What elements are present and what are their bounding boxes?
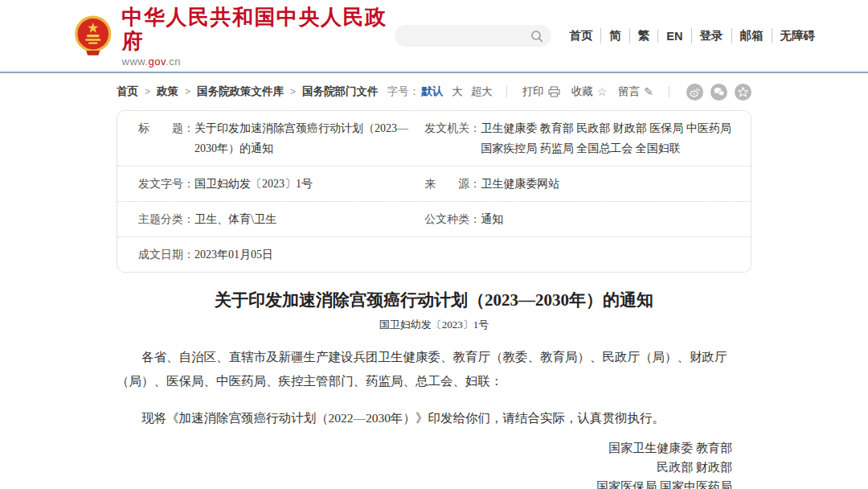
search-box[interactable] xyxy=(395,25,551,47)
nav-english[interactable]: EN xyxy=(657,30,690,43)
signature-line: 民政部 财政部 xyxy=(117,458,751,477)
font-size-large-button[interactable]: 大 xyxy=(452,84,463,99)
nav-home[interactable]: 首页 xyxy=(569,28,600,43)
search-input[interactable] xyxy=(406,29,530,43)
wechat-icon xyxy=(714,87,725,97)
share-qzone-button[interactable] xyxy=(735,84,751,101)
search-icon[interactable] xyxy=(530,30,543,43)
font-size-label: 字号： xyxy=(387,84,420,99)
main-content: 首页 > 政策 > 国务院政策文件库 > 国务院部门文件 字号： 默认 大 超大… xyxy=(117,84,751,489)
meta-row-category-type: 主题分类： 卫生、体育\卫生 公文种类： 通知 xyxy=(117,202,751,237)
favorite-label: 收藏 xyxy=(571,84,593,99)
article: 关于印发加速消除宫颈癌行动计划（2023—2030年）的通知 国卫妇幼发〔202… xyxy=(117,289,751,489)
meta-value-doc-type: 通知 xyxy=(481,209,503,229)
toolbar-row: 首页 > 政策 > 国务院政策文件库 > 国务院部门文件 字号： 默认 大 超大… xyxy=(117,84,751,100)
meta-value-source: 卫生健康委网站 xyxy=(481,174,559,194)
site-url-gov: gov xyxy=(149,55,166,68)
favorite-button[interactable]: 收藏 ☆ xyxy=(571,84,608,99)
nav-accessibility[interactable]: 无障碍 xyxy=(772,28,816,43)
meta-label-doc-number: 发文字号： xyxy=(138,174,194,194)
toolbar-divider xyxy=(669,86,669,97)
meta-value-topic-category: 卫生、体育\卫生 xyxy=(194,209,276,229)
nav-simplified[interactable]: 简 xyxy=(600,28,629,43)
breadcrumb-home[interactable]: 首页 xyxy=(117,84,138,99)
meta-label-title: 标 题： xyxy=(138,118,194,158)
document-number: 国卫妇幼发〔2023〕1号 xyxy=(117,318,751,332)
nav-mail[interactable]: 邮箱 xyxy=(731,28,772,43)
paragraph-addressees: 各省、自治区、直辖市及新疆生产建设兵团卫生健康委、教育厅（教委、教育局）、民政厅… xyxy=(117,345,751,393)
document-title: 关于印发加速消除宫颈癌行动计划（2023—2030年）的通知 xyxy=(117,289,751,311)
top-nav: 首页 简 繁 EN 登录 邮箱 无障碍 xyxy=(569,28,815,43)
star-icon: ☆ xyxy=(597,85,608,98)
share-weibo-button[interactable] xyxy=(686,84,703,101)
site-header: 中华人民共和国中央人民政府 www.gov.cn 首页 简 繁 EN 登录 邮箱… xyxy=(0,0,868,73)
document-meta-table: 标 题： 关于印发加速消除宫颈癌行动计划（2023—2030年）的通知 发文机关… xyxy=(117,110,751,273)
meta-label-topic-category: 主题分类： xyxy=(138,209,194,229)
meta-value-issuing-agency: 卫生健康委 教育部 民政部 财政部 医保局 中医药局 国家疾控局 药监局 全国总… xyxy=(481,118,735,158)
site-url-prefix: www. xyxy=(122,55,149,68)
breadcrumb-separator: > xyxy=(178,86,197,97)
breadcrumb: 首页 > 政策 > 国务院政策文件库 > 国务院部门文件 xyxy=(117,84,379,99)
breadcrumb-policy[interactable]: 政策 xyxy=(157,84,178,99)
site-title: 中华人民共和国中央人民政府 xyxy=(122,5,395,53)
font-size-xlarge-button[interactable]: 超大 xyxy=(471,84,493,99)
site-url: www.gov.cn xyxy=(122,55,395,68)
comment-label: 留言 xyxy=(618,84,640,99)
share-group xyxy=(679,84,751,101)
meta-label-source: 来 源： xyxy=(424,174,481,194)
paragraph-body: 现将《加速消除宫颈癌行动计划（2022—2030年）》印发给你们，请结合实际，认… xyxy=(117,406,751,430)
printer-icon xyxy=(548,86,560,97)
share-wechat-button[interactable] xyxy=(710,84,727,101)
weibo-icon xyxy=(690,87,700,97)
nav-traditional[interactable]: 繁 xyxy=(629,28,658,43)
breadcrumb-separator: > xyxy=(284,86,302,97)
comment-button[interactable]: 留言 ✎ xyxy=(618,84,653,99)
pencil-icon: ✎ xyxy=(644,85,653,98)
meta-value-doc-number: 国卫妇幼发〔2023〕1号 xyxy=(194,174,313,194)
print-button[interactable]: 打印 xyxy=(522,84,560,99)
meta-row-number-source: 发文字号： 国卫妇幼发〔2023〕1号 来 源： 卫生健康委网站 xyxy=(117,166,751,202)
breadcrumb-separator: > xyxy=(138,86,157,97)
nav-login[interactable]: 登录 xyxy=(691,28,731,43)
meta-value-title: 关于印发加速消除宫颈癌行动计划（2023—2030年）的通知 xyxy=(194,118,413,158)
national-emblem-icon xyxy=(74,14,113,58)
meta-value-issue-date: 2023年01月05日 xyxy=(194,244,273,265)
site-logo[interactable]: 中华人民共和国中央人民政府 www.gov.cn xyxy=(74,5,395,68)
signature-line: 国家医保局 国家中医药局 xyxy=(117,477,751,489)
site-url-suffix: .cn xyxy=(166,55,181,68)
breadcrumb-department-docs[interactable]: 国务院部门文件 xyxy=(302,84,379,99)
breadcrumb-policy-library[interactable]: 国务院政策文件库 xyxy=(197,84,284,99)
meta-row-date: 成文日期： 2023年01月05日 xyxy=(117,237,751,272)
font-size-default-button[interactable]: 默认 xyxy=(421,84,443,99)
signature-block: 国家卫生健康委 教育部 民政部 财政部 国家医保局 国家中医药局 国家疾控局 国… xyxy=(117,438,751,489)
meta-label-issuing-agency: 发文机关： xyxy=(424,118,481,158)
meta-label-issue-date: 成文日期： xyxy=(138,244,194,265)
meta-row-title-agency: 标 题： 关于印发加速消除宫颈癌行动计划（2023—2030年）的通知 发文机关… xyxy=(117,111,751,166)
qzone-star-icon xyxy=(738,87,748,97)
page-toolbar: 字号： 默认 大 超大 打印 收藏 ☆ 留言 ✎ xyxy=(387,84,751,101)
signature-line: 国家卫生健康委 教育部 xyxy=(117,438,751,458)
print-label: 打印 xyxy=(522,84,544,99)
meta-label-doc-type: 公文种类： xyxy=(424,209,481,229)
toolbar-divider xyxy=(506,86,507,97)
